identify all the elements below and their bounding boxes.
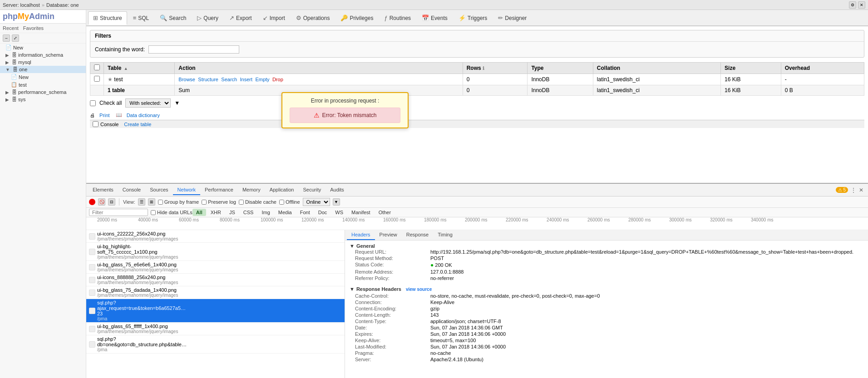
list-item-selected[interactable]: sql.php?ajax_request=true&token=b6a6527a… (86, 299, 345, 323)
devtools-tab-memory[interactable]: Memory (238, 185, 265, 195)
tab-export[interactable]: ↗ Export (224, 11, 257, 24)
devtools-tab-elements[interactable]: Elements (88, 185, 118, 195)
list-item[interactable]: ui-icons_222222_256x240.png /pma/themes/… (86, 230, 345, 243)
tab-designer[interactable]: ✏ Designer (493, 11, 532, 24)
view-source-link[interactable]: view source (406, 287, 432, 292)
structure-link[interactable]: Structure (198, 77, 218, 82)
details-tab-timing[interactable]: Timing (433, 230, 457, 240)
preserve-log-checkbox[interactable] (202, 200, 207, 205)
sidebar-item-one-new[interactable]: 📄 New (0, 73, 86, 81)
filter-manifest[interactable]: Manifest (348, 209, 374, 216)
record-button[interactable] (89, 199, 95, 205)
recent-link[interactable]: Recent (3, 25, 19, 31)
filter-all[interactable]: All (192, 209, 206, 216)
search-link[interactable]: Search (221, 77, 237, 82)
tab-operations[interactable]: ⚙ Operations (291, 11, 335, 24)
tab-structure[interactable]: ⊞ Structure (88, 11, 127, 25)
sidebar-item-sys[interactable]: ▶ 🗄 sys (0, 96, 86, 103)
tab-search[interactable]: 🔍 Search (155, 11, 191, 24)
sidebar-expand-btn[interactable]: ⤢ (12, 34, 19, 42)
filter-btn[interactable]: ⊟ (108, 198, 115, 206)
sidebar-item-information-schema[interactable]: ▶ 🗄 information_schema (0, 51, 86, 59)
list-item[interactable]: ui-icons_888888_256x240.png /pma/themes/… (86, 274, 345, 286)
with-selected-select[interactable]: With selected: (125, 98, 171, 108)
details-tab-preview[interactable]: Preview (375, 230, 402, 240)
online-select[interactable]: Online (303, 198, 330, 206)
tab-triggers-label: Triggers (468, 15, 488, 21)
console-toggle[interactable]: Console Create table (90, 120, 864, 128)
devtools-tab-security[interactable]: Security (298, 185, 326, 195)
devtools-tab-network[interactable]: Network (173, 185, 200, 195)
sidebar-item-performance-schema[interactable]: ▶ 🗄 performance_schema (0, 88, 86, 96)
list-item[interactable]: ui-bg_glass_75_e6e6e6_1x400.png /pma/the… (86, 261, 345, 274)
drop-link[interactable]: Drop (272, 77, 283, 82)
filter-font[interactable]: Font (296, 209, 314, 216)
tab-import[interactable]: ↙ Import (258, 11, 290, 24)
row-table-name: ★ test (104, 74, 175, 85)
devtools-tab-audits[interactable]: Audits (326, 185, 349, 195)
row-checkbox[interactable] (94, 76, 100, 82)
filter-ws[interactable]: WS (331, 209, 347, 216)
create-table-link[interactable]: Create table (124, 122, 151, 127)
tab-events[interactable]: 📅 Events (417, 11, 453, 24)
settings-icon[interactable]: ⚙ (849, 1, 856, 9)
search-icon: 🔍 (160, 15, 167, 21)
list-item[interactable]: ui-bg_highlight-soft_75_cccccc_1x100.png… (86, 243, 345, 261)
devtools-tab-performance[interactable]: Performance (200, 185, 238, 195)
tab-routines[interactable]: ƒ Routines (379, 11, 416, 24)
tab-sql[interactable]: ≡ SQL (128, 11, 154, 24)
favicon (89, 249, 95, 255)
filter-img[interactable]: Img (258, 209, 273, 216)
details-tab-response[interactable]: Response (402, 230, 434, 240)
list-item[interactable]: ui-bg_glass_65_ffffff_1x400.png /pma/the… (86, 323, 345, 335)
devtools-tab-application[interactable]: Application (265, 185, 299, 195)
list-view-btn[interactable]: ☰ (138, 198, 145, 206)
group-by-frame-checkbox[interactable] (158, 200, 163, 205)
tab-triggers[interactable]: ⚡ Triggers (454, 11, 493, 24)
print-link[interactable]: Print (99, 113, 110, 118)
check-all-checkbox[interactable] (90, 100, 96, 106)
disable-cache-checkbox[interactable] (239, 200, 244, 205)
details-tab-headers[interactable]: Headers (347, 230, 375, 240)
close-icon[interactable]: ✕ (858, 1, 865, 9)
sidebar-item-one[interactable]: ▼ 🗄 one (0, 66, 86, 73)
select-all-checkbox[interactable] (94, 64, 100, 70)
clear-btn[interactable]: 🚫 (98, 198, 105, 206)
filter-xhr[interactable]: XHR (207, 209, 225, 216)
filters-input[interactable] (148, 45, 239, 54)
list-item[interactable]: sql.php?db=one&goto=db_structure.php&tab… (86, 335, 345, 353)
devtools-tab-sources[interactable]: Sources (145, 185, 173, 195)
sidebar-collapse-btn[interactable]: – (3, 34, 10, 42)
network-filter-input[interactable] (89, 209, 148, 216)
devtools-tab-console[interactable]: Console (118, 185, 145, 195)
empty-link[interactable]: Empty (255, 77, 269, 82)
tree-view-btn[interactable]: ⊞ (148, 198, 155, 206)
browse-link[interactable]: Browse (178, 77, 195, 82)
sidebar-item-mysql[interactable]: ▶ 🗄 mysql (0, 59, 86, 66)
tab-query[interactable]: ▷ Query (192, 11, 223, 24)
star-icon[interactable]: ★ (108, 76, 113, 83)
hide-data-urls-checkbox[interactable] (151, 210, 156, 215)
general-section-title[interactable]: ▼ General (350, 243, 863, 249)
list-item[interactable]: ui-bg_glass_75_dadada_1x400.png /pma/the… (86, 286, 345, 299)
data-dictionary-link[interactable]: Data dictionary (127, 113, 160, 118)
more-btn[interactable]: ▼ (333, 198, 340, 206)
filter-other[interactable]: Other (375, 209, 395, 216)
arrow-icon: ▼ (350, 243, 355, 249)
insert-link[interactable]: Insert (240, 77, 253, 82)
filter-js[interactable]: JS (226, 209, 239, 216)
tab-privileges[interactable]: 🔑 Privileges (335, 11, 378, 24)
filter-doc[interactable]: Doc (315, 209, 331, 216)
filter-css[interactable]: CSS (240, 209, 257, 216)
offline-checkbox[interactable] (279, 200, 284, 205)
console-checkbox[interactable] (93, 121, 99, 127)
filter-media[interactable]: Media (275, 209, 296, 216)
status-value: ● 200 OK (430, 262, 452, 268)
preserve-log-label: Preserve log (208, 199, 236, 205)
devtools-close-icon[interactable]: ✕ (859, 187, 863, 193)
sidebar-item-new[interactable]: 📄 New (0, 44, 86, 51)
sidebar-item-test[interactable]: 📋 test (0, 81, 86, 88)
response-headers-title[interactable]: ▼ Response Headers view source (350, 285, 863, 293)
devtools-menu-icon[interactable]: ⋮ (851, 187, 856, 193)
favorites-link[interactable]: Favorites (23, 25, 44, 31)
